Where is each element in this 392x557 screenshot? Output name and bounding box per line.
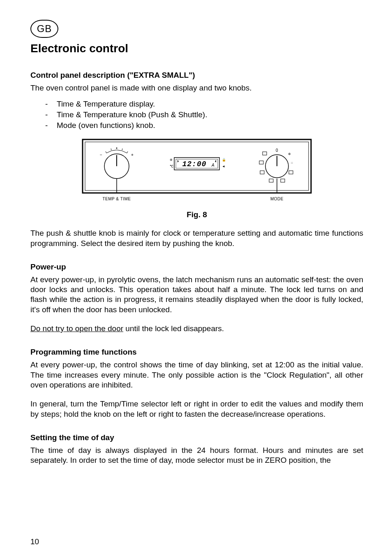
temp-time-label: TEMP & TIME xyxy=(102,197,131,201)
temp-unit-icon: ℃ xyxy=(170,165,173,168)
heading-power-up: Power-up xyxy=(30,262,363,272)
mode-icon xyxy=(263,152,267,155)
celsius-icon: ⊕ xyxy=(170,158,173,162)
text-power-up-2: Do not try to open the door until the lo… xyxy=(30,324,363,334)
text-control-panel-intro: The oven control panel is made with one … xyxy=(30,83,363,93)
page-title: Electronic control xyxy=(30,42,363,55)
text-programming-1: At every power-up, the control shows the… xyxy=(30,360,363,390)
bell-icon: ◄ xyxy=(222,165,225,168)
control-panel-bullets: Time & Temperature display. Time & Tempe… xyxy=(45,99,363,130)
locale-badge: GB xyxy=(30,20,58,38)
mode-icon xyxy=(260,171,264,174)
text-power-up-underlined: Do not try to open the door xyxy=(30,324,123,333)
left-marker-icon xyxy=(178,160,179,162)
right-marker-icon xyxy=(215,160,216,162)
list-item: Mode (oven functions) knob. xyxy=(45,120,363,131)
display-suffix: A xyxy=(211,163,214,167)
mode-icon xyxy=(281,179,285,182)
text-setting-time-1: The time of day is always displayed in t… xyxy=(30,446,363,466)
mode-icon xyxy=(259,161,263,164)
text-power-up-rest: until the lock led disappears. xyxy=(123,324,224,333)
mode-zero-label: 0 xyxy=(276,148,278,153)
svg-point-6 xyxy=(116,148,118,149)
list-item: Time & Temperature knob (Push & Shuttle)… xyxy=(45,109,363,120)
text-power-up-1: At every power-up, in pyrolytic ovens, t… xyxy=(30,275,363,315)
heading-programming: Programming time functions xyxy=(30,348,363,357)
display-value: 12:00 xyxy=(182,160,206,168)
plus-label: + xyxy=(131,153,134,157)
svg-line-4 xyxy=(106,151,106,153)
heading-setting-time: Setting the time of day xyxy=(30,433,363,442)
mode-icon xyxy=(289,171,293,174)
text-programming-2: In general, turn the Temp/Time selector … xyxy=(30,399,363,419)
mode-icon: ✲ xyxy=(288,152,291,156)
minus-label: − xyxy=(100,153,102,157)
mode-icon: ⁙ xyxy=(291,161,293,165)
text-after-figure: The push & shuttle knob is mainly for cl… xyxy=(30,228,363,248)
locale-badge-text: GB xyxy=(37,23,52,35)
svg-line-8 xyxy=(127,151,128,153)
list-item: Time & Temperature display. xyxy=(45,99,363,109)
mode-icon xyxy=(269,179,273,182)
mode-knob: 0 ✲ ⁙ xyxy=(259,148,293,193)
time-display: 12:00 A ⊕ ℃ 🔒 ◄ xyxy=(170,158,226,170)
svg-line-5 xyxy=(111,149,111,150)
figure-caption: Fig. 8 xyxy=(30,210,363,219)
lock-icon: 🔒 xyxy=(222,158,226,162)
page-number: 10 xyxy=(30,537,39,546)
temp-time-knob: − + xyxy=(100,148,134,193)
heading-control-panel: Control panel description ("EXTRA SMALL"… xyxy=(30,71,363,80)
figure-8: − + TEMP & TIME 12:00 A ⊕ ℃ 🔒 ◄ xyxy=(82,139,312,209)
mode-label: MODE xyxy=(270,197,284,201)
svg-line-7 xyxy=(122,149,122,150)
